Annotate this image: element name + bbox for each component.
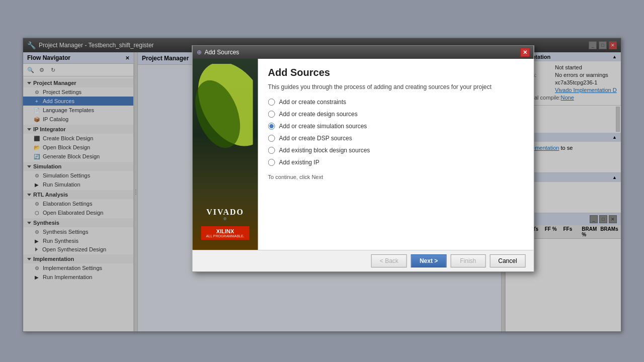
dialog-title-text: Add Sources — [205, 49, 239, 56]
finish-button[interactable]: Finish — [450, 254, 486, 267]
radio-label-block: Add existing block design sources — [279, 147, 370, 154]
xilinx-logo-sub: ALL PROGRAMMABLE. — [206, 234, 245, 238]
add-sources-dialog: ⊕ Add Sources ✕ VIVADO ® X — [192, 45, 534, 272]
cancel-button[interactable]: Cancel — [490, 254, 525, 267]
radio-label-design: Add or create design sources — [279, 111, 358, 118]
radio-item-simulation[interactable]: Add or create simulation sources — [268, 123, 524, 130]
dialog-icon: ⊕ — [197, 49, 202, 56]
radio-item-constraints[interactable]: Add or create constraints — [268, 99, 524, 106]
xilinx-logo-text: XILINX — [206, 228, 245, 234]
dialog-close-button[interactable]: ✕ — [521, 48, 530, 57]
dialog-main-content: Add Sources This guides you through the … — [258, 59, 534, 250]
vivado-logo-group: VIVADO ® — [206, 208, 244, 221]
source-type-radio-group: Add or create constraints Add or create … — [268, 99, 524, 166]
dialog-heading: Add Sources — [268, 67, 524, 78]
vivado-logo-registered: ® — [206, 217, 244, 221]
dialog-titlebar: ⊕ Add Sources ✕ — [193, 46, 534, 59]
radio-dsp[interactable] — [268, 135, 275, 142]
radio-constraints[interactable] — [268, 99, 275, 106]
radio-design[interactable] — [268, 111, 275, 118]
radio-label-dsp: Add or create DSP sources — [279, 135, 352, 142]
radio-item-block[interactable]: Add existing block design sources — [268, 147, 524, 154]
next-button[interactable]: Next > — [411, 254, 446, 267]
radio-label-simulation: Add or create simulation sources — [279, 123, 367, 130]
vivado-leaf-graphic — [193, 64, 253, 164]
radio-simulation[interactable] — [268, 123, 275, 130]
radio-ip[interactable] — [268, 159, 275, 166]
radio-item-design[interactable]: Add or create design sources — [268, 111, 524, 118]
dialog-body: VIVADO ® XILINX ALL PROGRAMMABLE. Add So… — [193, 59, 534, 250]
dialog-buttons: < Back Next > Finish Cancel — [193, 250, 534, 272]
radio-item-ip[interactable]: Add existing IP — [268, 159, 524, 166]
radio-label-constraints: Add or create constraints — [279, 99, 346, 106]
dialog-footer-text: To continue, click Next — [268, 174, 524, 180]
xilinx-logo-group: XILINX ALL PROGRAMMABLE. — [201, 226, 250, 240]
radio-block[interactable] — [268, 147, 275, 154]
dialog-title-group: ⊕ Add Sources — [197, 49, 239, 56]
radio-label-ip: Add existing IP — [279, 159, 319, 166]
vivado-logo-text: VIVADO — [206, 208, 244, 217]
radio-item-dsp[interactable]: Add or create DSP sources — [268, 135, 524, 142]
dialog-sidebar: VIVADO ® XILINX ALL PROGRAMMABLE. — [193, 59, 258, 250]
dialog-overlay: ⊕ Add Sources ✕ VIVADO ® X — [0, 0, 644, 362]
dialog-description: This guides you through the process of a… — [268, 83, 524, 90]
back-button[interactable]: < Back — [371, 254, 407, 267]
